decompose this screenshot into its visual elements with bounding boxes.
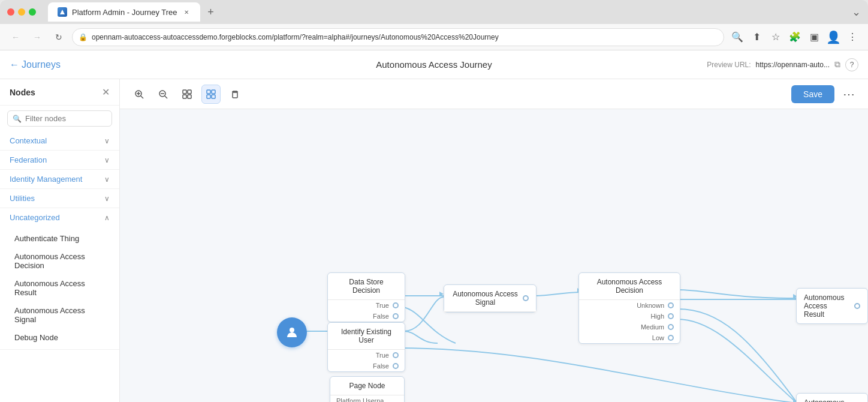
sidebar-item-authenticate-thing[interactable]: Authenticate Thing (5, 230, 114, 247)
svg-rect-14 (212, 95, 215, 98)
traffic-lights (7, 8, 36, 16)
aa-decision-unknown-port (668, 302, 674, 308)
back-nav-button[interactable]: ← (7, 29, 24, 46)
identify-user-title: Identify Existing User (328, 323, 405, 350)
sidebar-item-debug-node[interactable]: Debug Node (5, 329, 114, 346)
identify-false-row: False (328, 361, 405, 371)
help-icon[interactable]: ? (845, 58, 858, 71)
new-tab-button[interactable]: + (203, 4, 219, 20)
tab-bar: Platform Admin - Journey Tree ✕ + (48, 2, 847, 22)
content-area: Nodes ✕ 🔍 Contextual ∨ Federation (0, 79, 868, 402)
preview-url-label: Preview URL: (707, 61, 751, 69)
svg-rect-9 (183, 95, 186, 98)
copy-url-icon[interactable]: ⧉ (834, 59, 840, 70)
filter-search-icon: 🔍 (13, 115, 22, 123)
aa-result-fail-label: Autonomous Access Result (804, 398, 849, 402)
data-store-node[interactable]: Data Store Decision True False (327, 272, 405, 322)
zoom-in-button[interactable] (129, 85, 149, 104)
close-button[interactable] (7, 8, 14, 16)
aa-result-fail-node[interactable]: Autonomous Access Result (796, 393, 868, 402)
data-store-false-port (393, 313, 399, 319)
page-node[interactable]: Page Node Platform Userna... Platform Pa… (330, 376, 405, 402)
svg-rect-15 (233, 92, 237, 98)
aa-signal-out-port (523, 295, 529, 301)
sidebar-section-federation: Federation ∨ (0, 151, 119, 170)
svg-rect-13 (207, 95, 210, 98)
uncategorized-section-header[interactable]: Uncategorized ∧ (0, 208, 119, 227)
reload-button[interactable]: ↻ (50, 29, 67, 46)
sidebar-title: Nodes (10, 88, 35, 97)
contextual-section-header[interactable]: Contextual ∨ (0, 131, 119, 150)
ssl-icon: 🔒 (79, 33, 88, 41)
contextual-arrow-icon: ∨ (104, 137, 110, 145)
federation-arrow-icon: ∨ (104, 156, 110, 164)
aa-result-success-node[interactable]: Autonomous Access Result (796, 288, 868, 324)
extensions-icon[interactable]: 🧩 (786, 29, 803, 46)
svg-line-1 (141, 96, 143, 98)
window-controls[interactable]: ⌄ (852, 5, 861, 19)
svg-rect-10 (188, 95, 191, 98)
identity-section-header[interactable]: Identity Management ∨ (0, 170, 119, 188)
url-text: opennam-autoaccess-autoaccessdemo.forgeb… (92, 33, 499, 41)
tab-close-button[interactable]: ✕ (182, 8, 191, 16)
app-header: ← Journeys Autonomous Access Journey Pre… (0, 50, 868, 79)
aa-decision-node[interactable]: Autonomous Access Decision Unknown High … (578, 272, 680, 344)
bookmark-icon[interactable]: ☆ (767, 29, 784, 46)
uncategorized-items: Authenticate Thing Autonomous Access Dec… (0, 227, 119, 349)
aa-result-success-label: Autonomous Access Result (804, 293, 849, 319)
identity-arrow-icon: ∨ (104, 175, 110, 184)
back-label: Journeys (22, 59, 61, 70)
minimize-button[interactable] (18, 8, 25, 16)
aa-signal-node[interactable]: Autonomous Access Signal (444, 284, 537, 313)
back-to-journeys-button[interactable]: ← Journeys (10, 59, 61, 70)
svg-rect-12 (212, 90, 215, 94)
address-bar: ← → ↻ 🔒 opennam-autoaccess-autoaccessdem… (0, 24, 868, 50)
svg-marker-16 (439, 292, 444, 296)
address-input[interactable]: 🔒 opennam-autoaccess-autoaccessdemo.forg… (72, 28, 724, 46)
filter-nodes-input[interactable]: 🔍 (7, 110, 112, 127)
filter-nodes-field[interactable] (25, 114, 107, 123)
data-store-true-port (393, 302, 399, 308)
delete-button[interactable] (225, 85, 245, 104)
identity-label: Identity Management (10, 175, 82, 184)
sidebar-item-aa-signal[interactable]: Autonomous Access Signal (5, 302, 114, 328)
share-icon[interactable]: ⬆ (748, 29, 765, 46)
forward-nav-button[interactable]: → (29, 29, 46, 46)
utilities-section-header[interactable]: Utilities ∨ (0, 189, 119, 208)
fit-view-button[interactable] (177, 85, 197, 104)
aa-decision-low-row: Low (579, 332, 680, 343)
start-node[interactable] (277, 317, 307, 347)
maximize-button[interactable] (29, 8, 36, 16)
data-store-false-row: False (328, 311, 405, 322)
aa-decision-medium-row: Medium (579, 322, 680, 332)
grid-view-button[interactable] (201, 85, 221, 104)
save-button[interactable]: Save (791, 85, 834, 103)
sidebar-close-button[interactable]: ✕ (102, 86, 110, 98)
sidebar-toggle-icon[interactable]: ▣ (806, 29, 822, 46)
flow-canvas[interactable]: Page Node Platform Userna... Platform Pa… (120, 109, 868, 402)
svg-point-23 (290, 328, 294, 332)
sidebar-section-utilities: Utilities ∨ (0, 189, 119, 208)
contextual-label: Contextual (10, 136, 47, 145)
sidebar-item-aa-decision[interactable]: Autonomous Access Decision (5, 248, 114, 274)
sidebar-item-aa-result[interactable]: Autonomous Access Result (5, 275, 114, 301)
more-options-button[interactable]: ⋯ (839, 85, 858, 104)
utilities-label: Utilities (10, 194, 35, 203)
svg-rect-11 (207, 90, 210, 94)
svg-rect-7 (183, 90, 186, 94)
header-right: Preview URL: https://opennam-auto... ⧉ ? (707, 58, 858, 71)
aa-signal-title: Autonomous Access Signal (444, 285, 536, 312)
search-icon[interactable]: 🔍 (729, 29, 746, 46)
canvas-toolbar: Save ⋯ (120, 79, 868, 109)
active-tab[interactable]: Platform Admin - Journey Tree ✕ (48, 2, 200, 22)
zoom-out-button[interactable] (153, 85, 173, 104)
federation-section-header[interactable]: Federation ∨ (0, 151, 119, 169)
identify-true-row: True (328, 350, 405, 361)
data-store-title: Data Store Decision (328, 273, 405, 300)
identify-user-node[interactable]: Identify Existing User True False (327, 322, 405, 372)
more-options-icon[interactable]: ⋮ (844, 29, 861, 46)
profile-icon[interactable]: 👤 (825, 29, 842, 46)
federation-label: Federation (10, 155, 47, 164)
aa-result-success-port (854, 303, 860, 309)
title-bar: Platform Admin - Journey Tree ✕ + ⌄ (0, 0, 868, 24)
